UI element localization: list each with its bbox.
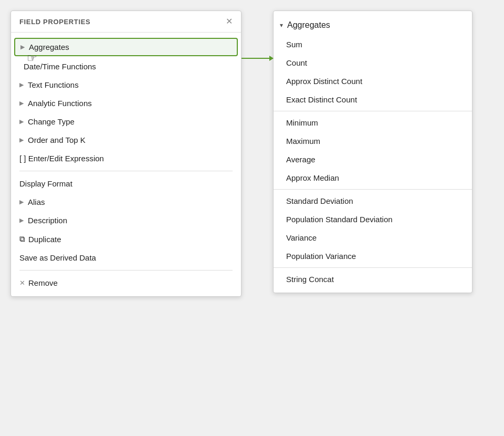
agg-item-count[interactable]: Count [274,54,472,72]
menu-label-remove: Remove [28,278,58,287]
menu-label-display-format: Display Format [19,179,72,188]
aggregates-dropdown-header[interactable]: ▾ Aggregates [274,15,472,35]
menu-item-duplicate[interactable]: ⧉ Duplicate [11,230,241,248]
menu-item-order-top-k[interactable]: ▶ Order and Top K [11,131,241,149]
menu-item-aggregates[interactable]: ▶ Aggregates ☞ [14,38,238,56]
menu-item-display-format[interactable]: Display Format [11,174,241,193]
agg-item-average[interactable]: Average [274,150,472,169]
close-button[interactable]: ✕ [226,17,233,26]
menu-label-text: Text Functions [28,80,79,89]
divider-1 [19,171,233,171]
menu-label-alias: Alias [28,198,45,206]
menu-item-save-derived[interactable]: Save as Derived Data [11,248,241,267]
panel-title: FIELD PROPERTIES [19,18,90,26]
agg-item-population-variance[interactable]: Population Variance [274,247,472,265]
arrow-icon-order-top-k: ▶ [19,137,24,143]
agg-item-approx-median[interactable]: Approx Median [274,169,472,187]
menu-item-text[interactable]: ▶ Text Functions [11,76,241,94]
arrow-icon-analytic: ▶ [19,100,24,107]
arrow-icon-alias: ▶ [19,199,24,205]
menu-label-aggregates: Aggregates [29,43,69,51]
menu-item-change-type[interactable]: ▶ Change Type [11,112,241,131]
menu-label-save-derived: Save as Derived Data [19,253,96,262]
page-wrapper: FIELD PROPERTIES ✕ ▶ Aggregates ☞ Date/T… [10,11,494,297]
menu-label-description: Description [28,216,67,225]
menu-item-remove[interactable]: ✕ Remove [11,274,241,292]
agg-item-maximum[interactable]: Maximum [274,132,472,150]
arrow-icon-aggregates: ▶ [20,44,25,50]
menu-label-change-type: Change Type [28,117,75,126]
agg-divider-3 [274,267,472,268]
menu-item-description[interactable]: ▶ Description [11,211,241,230]
agg-item-exact-distinct-count[interactable]: Exact Distinct Count [274,90,472,109]
menu-item-analytic[interactable]: ▶ Analytic Functions [11,94,241,112]
panel-header: FIELD PROPERTIES ✕ [11,11,241,33]
duplicate-icon: ⧉ [19,234,25,244]
arrow-line [242,58,273,59]
divider-2 [19,270,233,271]
agg-item-standard-deviation[interactable]: Standard Deviation [274,192,472,210]
agg-item-minimum[interactable]: Minimum [274,113,472,132]
menu-item-enter-edit-expr[interactable]: [ ] Enter/Edit Expression [11,149,241,168]
arrow-icon-text: ▶ [19,81,24,88]
menu-label-enter-edit-expr: [ ] Enter/Edit Expression [19,154,104,163]
panel-body: ▶ Aggregates ☞ Date/Time Functions ▶ Tex… [11,33,241,296]
menu-label-analytic: Analytic Functions [28,99,92,108]
aggregates-dropdown-panel: ▾ Aggregates Sum Count Approx Distinct C… [273,11,472,293]
agg-item-string-concat[interactable]: String Concat [274,270,472,288]
menu-label-duplicate: Duplicate [28,235,61,244]
aggregates-dropdown-title: Aggregates [287,20,330,30]
arrow-icon-change-type: ▶ [19,118,24,125]
field-properties-panel: FIELD PROPERTIES ✕ ▶ Aggregates ☞ Date/T… [10,11,242,297]
agg-item-variance[interactable]: Variance [274,229,472,247]
menu-label-order-top-k: Order and Top K [28,136,86,144]
arrow-connector [242,11,273,59]
cursor-hand-icon: ☞ [27,51,37,65]
menu-item-alias[interactable]: ▶ Alias [11,193,241,211]
dropdown-chevron-icon: ▾ [280,22,283,29]
remove-x-icon: ✕ [19,279,25,287]
agg-item-approx-distinct-count[interactable]: Approx Distinct Count [274,72,472,90]
agg-divider-2 [274,189,472,190]
menu-item-datetime[interactable]: Date/Time Functions [11,57,241,76]
arrow-icon-description: ▶ [19,217,24,224]
agg-item-pop-standard-deviation[interactable]: Population Standard Deviation [274,210,472,229]
agg-divider-1 [274,111,472,111]
agg-item-sum[interactable]: Sum [274,35,472,54]
